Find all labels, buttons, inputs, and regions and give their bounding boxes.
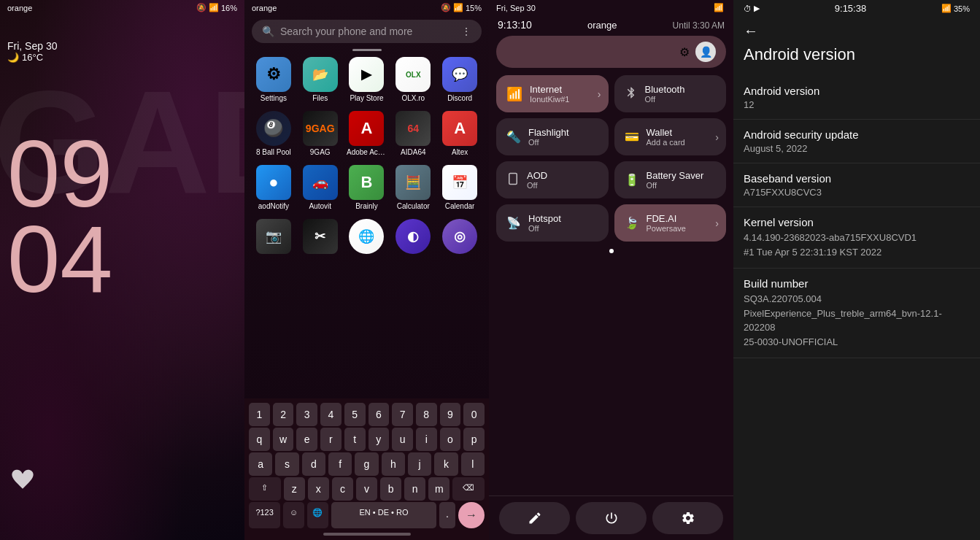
key-e[interactable]: e xyxy=(296,428,317,451)
key-b[interactable]: b xyxy=(380,477,401,501)
key-i[interactable]: i xyxy=(416,428,437,451)
app-files[interactable]: 📂 Files xyxy=(298,57,342,102)
app-misc[interactable]: ◎ xyxy=(438,219,482,256)
key-period[interactable]: . xyxy=(439,502,455,528)
qs-tile-aod[interactable]: AOD Off xyxy=(496,161,609,198)
qs-date: Fri, Sep 30 xyxy=(496,4,536,12)
app-brainly[interactable]: B Brainly xyxy=(345,165,389,210)
key-shift[interactable]: ⇧ xyxy=(249,477,281,501)
key-8[interactable]: 8 xyxy=(416,403,437,426)
internet-tile-subtitle: IonutKiw#1 xyxy=(530,95,569,104)
hotspot-tile-subtitle: Off xyxy=(528,224,561,233)
key-t[interactable]: t xyxy=(344,428,366,451)
battery-saver-tile-text: Battery Saver Off xyxy=(647,170,704,190)
qs-tile-bluetooth[interactable]: Bluetooth Off xyxy=(614,75,727,112)
key-6[interactable]: 6 xyxy=(369,403,390,426)
key-space[interactable]: EN • DE • RO xyxy=(331,502,436,528)
app-9gag[interactable]: 9GAG 9GAG xyxy=(298,111,342,156)
info-section-security-update: Android security update August 5, 2022 xyxy=(733,120,980,163)
key-s[interactable]: s xyxy=(275,452,298,476)
app-8ball[interactable]: 🎱 8 Ball Pool xyxy=(252,111,296,156)
drawer-carrier: orange xyxy=(252,4,277,12)
key-3[interactable]: 3 xyxy=(296,403,317,426)
app-olx[interactable]: OLX OLX.ro xyxy=(391,57,435,102)
arc-icon: ◐ xyxy=(396,219,431,254)
key-m[interactable]: m xyxy=(428,477,450,501)
key-y[interactable]: y xyxy=(369,428,390,451)
key-globe[interactable]: 🌐 xyxy=(307,502,328,528)
qs-avatar-icon[interactable]: 👤 xyxy=(695,42,716,62)
key-2[interactable]: 2 xyxy=(273,403,294,426)
number-row: 1 2 3 4 5 6 7 8 9 0 xyxy=(249,403,485,426)
baseband-title: Baseband version xyxy=(744,172,970,185)
qs-tile-wallet[interactable]: 💳 Wallet Add a card › xyxy=(614,118,727,155)
app-camera[interactable]: 📷 xyxy=(252,219,296,256)
app-aodnotify[interactable]: ● aodNotify xyxy=(252,165,296,210)
key-f[interactable]: f xyxy=(328,452,352,476)
key-d[interactable]: d xyxy=(302,452,325,476)
app-chrome[interactable]: 🌐 xyxy=(345,219,389,256)
key-n[interactable]: n xyxy=(404,477,425,501)
app-altex[interactable]: A Altex xyxy=(438,111,482,156)
key-a[interactable]: a xyxy=(249,452,272,476)
key-123[interactable]: ?123 xyxy=(249,502,280,528)
app-files-label: Files xyxy=(312,94,328,102)
key-enter[interactable]: → xyxy=(458,502,485,528)
wallet-icon: 💳 xyxy=(625,130,639,144)
key-backspace[interactable]: ⌫ xyxy=(452,477,485,501)
key-l[interactable]: l xyxy=(461,452,485,476)
key-7[interactable]: 7 xyxy=(392,403,413,426)
app-playstore-label: Play Store xyxy=(350,94,383,102)
app-aida[interactable]: 64 AIDA64 xyxy=(391,111,435,156)
app-arc[interactable]: ◐ xyxy=(391,219,435,256)
key-w[interactable]: w xyxy=(273,428,294,451)
key-o[interactable]: o xyxy=(440,428,461,451)
search-input[interactable] xyxy=(280,26,455,37)
key-c[interactable]: c xyxy=(332,477,353,501)
key-h[interactable]: h xyxy=(382,452,405,476)
key-p[interactable]: p xyxy=(463,428,485,451)
info-section-baseband: Baseband version A715FXXU8CVC3 xyxy=(733,163,980,207)
qs-search-row[interactable]: ⚙ 👤 xyxy=(496,36,726,68)
key-q[interactable]: q xyxy=(249,428,270,451)
key-9[interactable]: 9 xyxy=(440,403,461,426)
key-4[interactable]: 4 xyxy=(320,403,342,426)
key-j[interactable]: j xyxy=(408,452,431,476)
qs-tile-fde[interactable]: 🍃 FDE.AI Powersave › xyxy=(614,204,727,242)
key-1[interactable]: 1 xyxy=(249,403,270,426)
key-emoji[interactable]: ☺ xyxy=(283,502,304,528)
key-k[interactable]: k xyxy=(434,452,458,476)
key-u[interactable]: u xyxy=(392,428,413,451)
app-adobe[interactable]: A Adobe Acr… xyxy=(345,111,389,156)
aida-icon: 64 xyxy=(396,111,431,146)
qs-tile-flashlight[interactable]: 🔦 Flashlight Off xyxy=(496,118,609,155)
qs-search-input[interactable] xyxy=(506,46,674,58)
key-r[interactable]: r xyxy=(320,428,342,451)
qs-power-button[interactable] xyxy=(576,502,647,534)
key-x[interactable]: x xyxy=(308,477,329,501)
app-autovit[interactable]: 🚗 Autovit xyxy=(298,165,342,210)
wallet-arrow-icon: › xyxy=(715,131,719,143)
app-playstore[interactable]: ▶ Play Store xyxy=(345,57,389,102)
app-discord[interactable]: 💬 Discord xyxy=(438,57,482,102)
app-calculator[interactable]: 🧮 Calculator xyxy=(391,165,435,210)
qs-settings-button[interactable] xyxy=(652,502,723,534)
app-calendar[interactable]: 📅 Calendar xyxy=(438,165,482,210)
qs-tile-battery-saver[interactable]: 🔋 Battery Saver Off xyxy=(614,161,727,198)
home-signal-icon: 📶 xyxy=(209,3,219,12)
drawer-search-bar[interactable]: 🔍 ⋮ xyxy=(252,20,482,43)
menu-icon[interactable]: ⋮ xyxy=(461,26,471,37)
qs-tile-internet[interactable]: 📶 Internet IonutKiw#1 › xyxy=(496,75,609,112)
key-z[interactable]: z xyxy=(284,477,305,501)
key-v[interactable]: v xyxy=(356,477,377,501)
app-settings[interactable]: ⚙ Settings xyxy=(252,57,296,102)
fde-icon: 🍃 xyxy=(625,216,639,230)
key-g[interactable]: g xyxy=(355,452,378,476)
back-button[interactable]: ← xyxy=(744,23,758,39)
key-5[interactable]: 5 xyxy=(344,403,366,426)
key-0[interactable]: 0 xyxy=(463,403,485,426)
qs-edit-button[interactable] xyxy=(499,502,570,534)
qs-settings-icon[interactable]: ⚙ xyxy=(679,45,690,59)
app-capcut[interactable]: ✂ xyxy=(298,219,342,256)
qs-tile-hotspot[interactable]: 📡 Hotspot Off xyxy=(496,204,609,242)
